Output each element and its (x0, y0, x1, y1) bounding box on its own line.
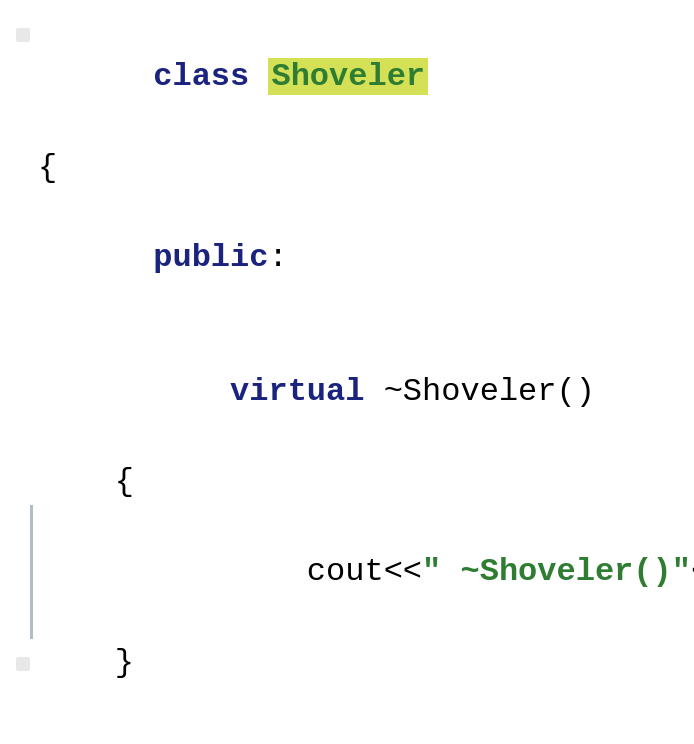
gutter-1 (10, 28, 30, 42)
code-line-7: } (0, 639, 694, 686)
breakpoint-1 (16, 28, 30, 42)
keyword-class: class (153, 58, 268, 95)
line-content-1: class Shoveler (38, 12, 428, 142)
code-line-6: cout<<" ~Shoveler()"<<endl; (0, 505, 694, 639)
code-line-9 (0, 733, 694, 744)
line-content-9 (38, 735, 57, 744)
code-line-4: virtual ~Shoveler() (0, 324, 694, 458)
line-content-5: { (38, 460, 134, 503)
line-content-3: public: (38, 193, 288, 323)
line-content-7: } (38, 641, 134, 684)
keyword-virtual: virtual (230, 373, 364, 410)
code-line-8 (0, 686, 694, 733)
breakpoint-7 (16, 657, 30, 671)
class-name-shoveler: Shoveler (268, 58, 428, 95)
line-content-8 (38, 688, 57, 731)
code-line-5: { (0, 458, 694, 505)
code-line-1: class Shoveler (0, 10, 694, 144)
vertical-bar (30, 505, 33, 639)
line-content-4: virtual ~Shoveler() (38, 326, 595, 456)
line-content-2: { (38, 146, 57, 189)
gutter-7 (10, 657, 30, 671)
code-line-3: public: (0, 191, 694, 325)
string-literal: " ~Shoveler()" (422, 553, 691, 590)
keyword-public: public (153, 239, 268, 276)
code-editor: class Shoveler { public: virtual ~Shovel… (0, 0, 694, 744)
code-line-2: { (0, 144, 694, 191)
line-content-6: cout<<" ~Shoveler()"<<endl; (38, 507, 694, 637)
